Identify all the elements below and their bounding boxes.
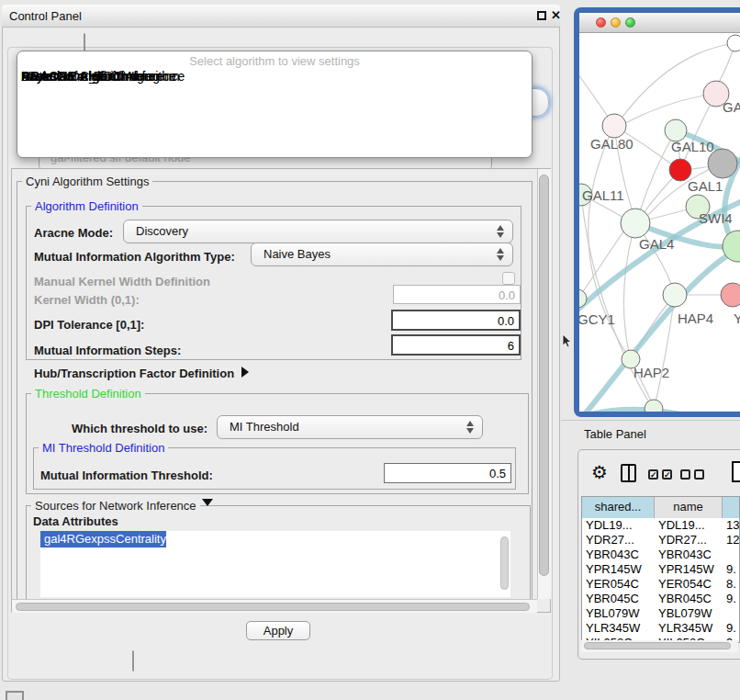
- network-node[interactable]: [645, 400, 663, 412]
- manual-kernel-width-checkbox[interactable]: [502, 272, 515, 285]
- column-layout-icon[interactable]: [621, 464, 636, 482]
- unchecked-checkbox-icon[interactable]: [680, 469, 690, 480]
- table-row[interactable]: YBR045CYBR045C9.: [582, 592, 739, 606]
- hub-definition-label: Hub/Transcription Factor Definition: [34, 367, 234, 380]
- cyni-bottom-tab-bar: Impute DataDiscretize DataInfer Network: [132, 650, 134, 672]
- screen: Control Panel ✕ NetworkStyleSelectCyni T…: [0, 0, 740, 700]
- table-cell: 9.: [723, 592, 740, 606]
- manual-kernel-width-label: Manual Kernel Width Definition: [34, 275, 210, 288]
- algorithm-dropdown-popup: Select algorithm to view settings Bayesi…: [17, 51, 533, 158]
- table-cell: YBL079W: [582, 606, 655, 621]
- kernel-width-label: Kernel Width (0,1):: [34, 293, 140, 307]
- settings-vertical-scrollbar-thumb[interactable]: [539, 175, 549, 576]
- settings-horizontal-scrollbar-thumb[interactable]: [16, 603, 530, 611]
- node-label-gcy1: GCY1: [579, 311, 615, 327]
- tab-select[interactable]: Select: [84, 34, 85, 48]
- control-panel-titlebar[interactable]: [2, 5, 560, 28]
- sources-group-toggle[interactable]: Sources for Network Inference: [31, 499, 200, 513]
- table-cell: YDR27...: [582, 533, 655, 548]
- aracne-mode-combo[interactable]: Discovery: [123, 220, 513, 243]
- data-attribute-gal4rgexp[interactable]: gal4RGexp: [40, 531, 104, 548]
- mi-steps-field[interactable]: 6: [391, 334, 521, 356]
- mi-threshold-group-title: MI Threshold Definition: [39, 441, 168, 455]
- table-cell: YBR045C: [655, 592, 723, 606]
- checked-checkbox-icon[interactable]: ✓: [662, 469, 672, 480]
- table-cell: YPR145W: [655, 562, 723, 577]
- list-scrollbar-thumb[interactable]: [500, 536, 509, 590]
- dpi-tolerance-label: DPI Tolerance [0,1]:: [34, 318, 144, 332]
- mi-threshold-field[interactable]: 0.5: [384, 463, 511, 483]
- node-label-gal4: GAL4: [639, 236, 674, 252]
- kernel-width-field[interactable]: 0.0: [393, 285, 521, 304]
- apply-button[interactable]: Apply: [246, 621, 310, 640]
- checked-checkbox-icon[interactable]: ✓: [648, 469, 658, 480]
- hub-definition-toggle[interactable]: Hub/Transcription Factor Definition: [34, 367, 234, 380]
- node-label-hap2: HAP2: [633, 365, 669, 380]
- network-edge[interactable]: [625, 94, 716, 123]
- network-node[interactable]: [727, 35, 740, 51]
- document-icon[interactable]: [732, 461, 740, 482]
- gear-icon[interactable]: ⚙: [591, 462, 608, 482]
- combo-arrows-icon: [497, 247, 505, 262]
- network-node[interactable]: [621, 209, 650, 238]
- table-row[interactable]: YDL19...YDL19...13: [582, 518, 739, 533]
- table-horizontal-scrollbar-thumb[interactable]: [584, 642, 731, 649]
- tab-network[interactable]: Network: [84, 34, 85, 48]
- network-graph[interactable]: GALGAL80GAL10GAL1GAL11GAL4SWI4GCY1HAP4YH…: [579, 33, 740, 412]
- mouse-cursor: [562, 334, 573, 349]
- table-row[interactable]: YPR145WYPR145W9.: [582, 562, 739, 577]
- cyni-tab-impute-data[interactable]: Impute Data: [133, 651, 134, 665]
- tab-style[interactable]: Style: [84, 34, 85, 48]
- close-traffic-light[interactable]: [596, 17, 606, 28]
- tab-jactivemnodules[interactable]: jActiveMNodules: [84, 34, 85, 48]
- table-cell: YDL19...: [582, 518, 655, 533]
- network-node[interactable]: [721, 283, 740, 307]
- table-row[interactable]: YBL079WYBL079W: [582, 606, 739, 621]
- sources-group-label: Sources for Network Inference: [35, 499, 196, 513]
- algorithm-option-dream8-dc-tdc-algorithm[interactable]: Dream8 DC_TDC Algorithm: [17, 69, 180, 84]
- unchecked-checkbox-icon[interactable]: [694, 469, 704, 480]
- node-label-swi4: SWI4: [699, 210, 733, 226]
- which-threshold-combo[interactable]: MI Threshold: [217, 415, 483, 439]
- table-row[interactable]: YDR27...YDR27...12: [582, 533, 739, 548]
- mi-threshold-label: Mutual Information Threshold:: [40, 469, 213, 482]
- close-icon[interactable]: ✕: [551, 8, 561, 22]
- network-canvas[interactable]: GALGAL80GAL10GAL1GAL11GAL4SWI4GCY1HAP4YH…: [579, 33, 740, 412]
- table-cell: 12: [723, 533, 740, 548]
- panel-dock-icon[interactable]: [6, 691, 24, 700]
- data-attributes-list[interactable]: SelfLoopsTopologicalCoefficientBetweenne…: [40, 531, 510, 597]
- zoom-traffic-light[interactable]: [625, 17, 635, 28]
- table-header-col3[interactable]: [723, 497, 740, 518]
- tab-cyni-toolbox[interactable]: Cyni Toolbox: [84, 34, 85, 48]
- algorithm-definition-title: Algorithm Definition: [31, 199, 142, 213]
- table-panel-title: Table Panel: [584, 427, 646, 441]
- table-header-shared[interactable]: shared...: [582, 497, 655, 518]
- which-threshold-label: Which threshold to use:: [72, 422, 207, 435]
- cyni-tab-infer-network[interactable]: Infer Network: [133, 651, 134, 665]
- network-edge[interactable]: [623, 223, 635, 353]
- network-node[interactable]: [602, 114, 626, 138]
- table-cell: YPR145W: [582, 562, 655, 577]
- which-threshold-value: MI Threshold: [230, 420, 299, 434]
- network-edge-highlighted[interactable]: [579, 247, 740, 412]
- float-window-icon[interactable]: [537, 11, 546, 20]
- network-node[interactable]: [663, 283, 687, 307]
- cyni-algorithm-settings-title: Cyni Algorithm Settings: [22, 175, 152, 188]
- expand-right-icon: [241, 367, 249, 378]
- table-row[interactable]: YER054CYER054C8.: [582, 577, 739, 592]
- minimize-traffic-light[interactable]: [611, 17, 621, 28]
- cyni-tab-discretize-data[interactable]: Discretize Data: [133, 651, 134, 665]
- popup-prompt: Select algorithm to view settings: [17, 54, 532, 68]
- combo-arrows-icon: [466, 420, 475, 435]
- mi-algorithm-type-label: Mutual Information Algorithm Type:: [34, 250, 235, 264]
- panel-divider: [561, 420, 740, 421]
- table-cell: 8.: [723, 577, 740, 592]
- table-row[interactable]: YBR043CYBR043C: [582, 548, 739, 562]
- table-cell: 13: [723, 518, 740, 533]
- node-label-gal10: GAL10: [671, 139, 714, 154]
- dpi-tolerance-field[interactable]: 0.0: [391, 310, 521, 331]
- node-attribute-table[interactable]: shared...nameYDL19...YDL19...13YDR27...Y…: [581, 496, 740, 643]
- mi-algorithm-type-combo[interactable]: Naive Bayes: [251, 243, 513, 266]
- table-header-name[interactable]: name: [655, 497, 723, 518]
- table-row[interactable]: YLR345WYLR345W9.: [582, 621, 739, 636]
